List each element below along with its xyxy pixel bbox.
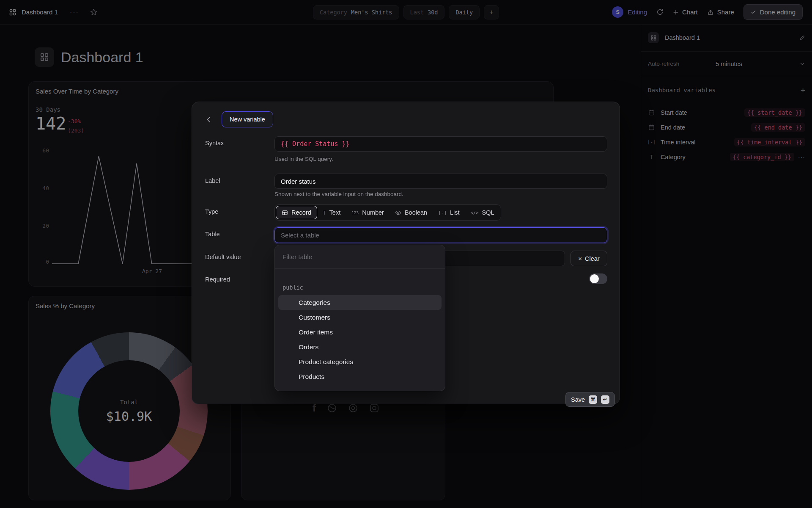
- type-option-label: Text: [329, 209, 341, 216]
- schema-group-label: public: [283, 284, 303, 291]
- table-option-order-items[interactable]: Order items: [278, 325, 442, 340]
- clear-button[interactable]: × Clear: [571, 251, 607, 266]
- type-option-label: List: [450, 209, 460, 216]
- type-option-list[interactable]: [-] List: [433, 206, 465, 219]
- label-label: Label: [205, 177, 220, 184]
- type-option-record[interactable]: Record: [276, 206, 317, 219]
- required-toggle[interactable]: [589, 273, 607, 284]
- type-option-number[interactable]: 123 Number: [346, 206, 390, 219]
- label-input[interactable]: [274, 174, 607, 189]
- table-label: Table: [205, 231, 220, 237]
- type-option-sql[interactable]: </> SQL: [465, 206, 500, 219]
- type-option-text[interactable]: T Text: [317, 206, 346, 219]
- close-icon: ×: [578, 255, 582, 262]
- table-option-products[interactable]: Products: [278, 369, 442, 384]
- type-option-label: Record: [291, 209, 311, 216]
- save-label: Save: [571, 396, 585, 403]
- new-variable-modal: New variable Syntax Used in the SQL quer…: [192, 102, 620, 404]
- default-value-label: Default value: [205, 254, 241, 260]
- type-option-label: Boolean: [405, 209, 427, 216]
- record-icon: [282, 210, 288, 216]
- new-variable-tab[interactable]: New variable: [222, 111, 273, 127]
- filter-table-input[interactable]: [275, 245, 445, 269]
- code-icon: </>: [471, 210, 479, 215]
- type-option-boolean[interactable]: Boolean: [390, 206, 433, 219]
- type-option-label: Number: [362, 209, 384, 216]
- clear-label: Clear: [585, 255, 600, 262]
- table-option-categories[interactable]: Categories: [278, 295, 442, 310]
- command-key-icon: ⌘: [589, 395, 597, 404]
- number-icon: 123: [351, 210, 359, 215]
- required-label: Required: [205, 276, 230, 283]
- toggle-knob: [590, 274, 599, 283]
- save-button[interactable]: Save ⌘ ↵: [565, 392, 615, 407]
- syntax-label: Syntax: [205, 140, 224, 146]
- syntax-help: Used in the SQL query.: [274, 156, 333, 162]
- text-type-icon: T: [323, 210, 326, 216]
- type-segmented-control: Record T Text 123 Number Boolean [-] Lis…: [274, 204, 501, 221]
- type-label: Type: [205, 208, 218, 215]
- list-icon: [-]: [438, 210, 447, 215]
- table-options: Categories Customers Order items Orders …: [278, 295, 442, 384]
- table-select-input[interactable]: [274, 227, 607, 243]
- table-option-customers[interactable]: Customers: [278, 310, 442, 325]
- return-key-icon: ↵: [601, 395, 609, 404]
- type-option-label: SQL: [482, 209, 494, 216]
- eye-icon: [395, 210, 401, 216]
- label-help: Shown next to the variable input on the …: [274, 191, 403, 197]
- back-button[interactable]: [201, 112, 216, 127]
- table-option-orders[interactable]: Orders: [278, 340, 442, 354]
- table-option-product-categories[interactable]: Product categories: [278, 354, 442, 369]
- syntax-input[interactable]: [274, 136, 607, 152]
- new-variable-tab-label: New variable: [230, 116, 265, 123]
- table-dropdown: public Categories Customers Order items …: [274, 245, 445, 391]
